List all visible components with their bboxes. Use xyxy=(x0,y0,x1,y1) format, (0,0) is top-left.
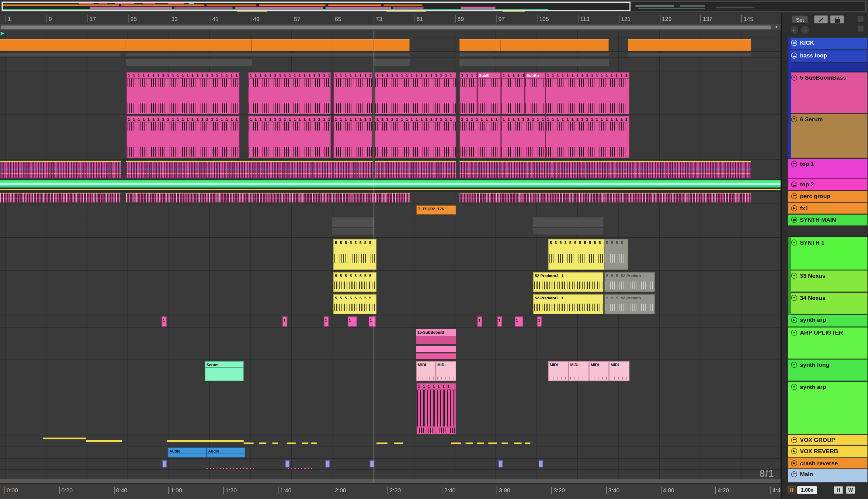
track-header-vox-reverb[interactable]: ▶VOX REVERB xyxy=(788,446,867,458)
fold-icon[interactable]: ▼ xyxy=(791,116,797,122)
clip-kick[interactable] xyxy=(628,39,751,51)
play-icon[interactable]: ▶ xyxy=(791,460,797,466)
clip-synth-arp[interactable]: 1 xyxy=(348,316,357,327)
clip-subboombass[interactable]: 1 1 1 1 1 xyxy=(501,72,525,114)
track-header-synth-arp[interactable]: ▼synth arp xyxy=(788,382,867,434)
clip-subboombass[interactable]: 1 1 1 1 xyxy=(460,72,477,114)
clip-synth-long[interactable]: MIDI xyxy=(589,361,609,381)
menu-icon[interactable] xyxy=(791,40,797,46)
clip-kick[interactable] xyxy=(252,39,333,51)
arrangement-overview[interactable] xyxy=(1,1,866,12)
menu-icon[interactable] xyxy=(791,181,797,187)
clip-synth-long[interactable]: MIDI xyxy=(568,361,589,381)
clip-vox-group[interactable] xyxy=(287,442,296,444)
clip-synth-arp[interactable]: 1 xyxy=(369,316,376,327)
track-header-6-serum[interactable]: ▼6 Serum xyxy=(788,114,867,158)
clip-synth-main[interactable] xyxy=(533,217,603,227)
clip-subboombass[interactable]: 1 1 1 1 1 1 1 1 1 1 1 1 1 1 1 1 1 xyxy=(545,72,630,114)
clip-vox-group[interactable] xyxy=(311,442,317,444)
menu-icon[interactable] xyxy=(791,161,797,167)
clip-synth-arp[interactable]: 1 xyxy=(324,316,329,327)
clip-vox-reverb[interactable]: Audio xyxy=(206,448,245,458)
fold-icon[interactable]: ▼ xyxy=(791,330,797,336)
track-header-bass-loop[interactable]: bass loop xyxy=(788,50,867,63)
clip-synth-arp[interactable]: 1 xyxy=(497,316,502,327)
play-icon[interactable]: ▶ xyxy=(791,205,797,211)
clip-synth-main[interactable] xyxy=(332,228,374,235)
clip-vox-group[interactable] xyxy=(302,442,308,444)
clip-fx1[interactable]: T_TSCR2_126 xyxy=(416,205,456,215)
track-header-33-nexus[interactable]: ▼33 Nexus xyxy=(788,270,867,292)
clip-vox-group[interactable] xyxy=(377,442,388,444)
clip-top1[interactable] xyxy=(375,161,456,178)
clip-top1[interactable] xyxy=(126,161,333,178)
clip-synth-main[interactable] xyxy=(533,228,603,235)
clip-synth-main[interactable] xyxy=(332,217,374,227)
track-header-arp-upligter[interactable]: ▼ARP UPLIGTER xyxy=(788,328,867,359)
set-button[interactable]: Set xyxy=(792,15,808,24)
track-header-synth-arp[interactable]: ▶synth arp xyxy=(788,315,867,327)
menu-icon[interactable] xyxy=(791,437,797,443)
clip-crash-reverse[interactable] xyxy=(162,460,167,467)
height-zoom-button[interactable]: H xyxy=(834,486,843,494)
clip-kick[interactable] xyxy=(501,39,609,51)
clip-vox-group[interactable] xyxy=(259,442,266,444)
clip-vox-group[interactable] xyxy=(501,442,508,444)
clip-subboombass[interactable]: 1 1 1 1 1 1 1 1 xyxy=(333,72,372,114)
clip-vox-group[interactable] xyxy=(209,440,243,442)
clip-nexus34[interactable]: 5 5 5 5 5 5 5 5 xyxy=(333,294,377,314)
track-header-spacer[interactable] xyxy=(788,226,867,237)
clip-vox-group[interactable] xyxy=(243,442,254,444)
clip-synth-arp[interactable]: 1 xyxy=(515,316,523,327)
clip-subboombass[interactable]: 1 1 1 1 1 1 1 1 1 1 1 1 1 1 1 1 xyxy=(375,72,456,114)
clip-serum[interactable]: 1 1 1 1 1 1 1 1 1 1 1 1 1 1 1 1 1 xyxy=(248,116,331,158)
clip-subboombass[interactable]: SubBo xyxy=(525,72,545,114)
clip-serum[interactable]: 1 1 1 1 1 1 1 1 xyxy=(333,116,372,158)
clip-vox-group[interactable] xyxy=(451,442,461,444)
clip-subboombass[interactable]: 1 1 1 1 1 1 1 1 1 1 1 1 1 1 1 1 1 xyxy=(248,72,331,114)
track-header-top-1[interactable]: top 1 xyxy=(788,159,867,179)
bar-ruler[interactable]: 1917253341495765738189971051131211291371… xyxy=(0,13,781,24)
clip-crash-reverse[interactable] xyxy=(498,460,503,467)
clip-kick[interactable] xyxy=(333,39,374,51)
forward-arrow-button[interactable]: → xyxy=(801,26,809,34)
playback-speed-icon[interactable] xyxy=(788,486,796,494)
track-header-main[interactable]: Main xyxy=(788,469,867,483)
clip-crash-reverse[interactable] xyxy=(206,468,254,469)
width-zoom-button[interactable]: W xyxy=(846,486,855,494)
horizontal-scrollbar[interactable] xyxy=(0,479,781,483)
playback-speed-value[interactable]: 1.00x xyxy=(797,486,817,494)
play-icon[interactable]: ▶ xyxy=(791,317,797,323)
menu-icon[interactable] xyxy=(791,52,797,59)
clip-top2[interactable] xyxy=(0,180,781,191)
track-header-top-2[interactable]: top 2 xyxy=(788,179,867,190)
clip-serum[interactable]: 1 1 1 1 1 1 1 1 1 1 1 1 1 1 1 1 xyxy=(375,116,456,158)
clip-perc-group[interactable] xyxy=(126,193,410,203)
clip-vox-group[interactable] xyxy=(43,438,86,439)
play-icon[interactable]: ▶ xyxy=(791,448,797,454)
clip-bass-loop[interactable] xyxy=(374,59,410,66)
clip-synth-arp[interactable]: 1 xyxy=(162,316,166,327)
clip-kick[interactable] xyxy=(0,39,126,51)
fold-icon[interactable]: ▼ xyxy=(791,75,797,81)
track-header-crash-reverse[interactable]: ▶crash reverse xyxy=(788,458,867,468)
clip-vox-group[interactable] xyxy=(525,442,531,444)
clip-bass-loop[interactable] xyxy=(460,59,609,66)
clip-vox-group[interactable] xyxy=(86,440,122,442)
clip-synth-long[interactable]: Serum xyxy=(205,361,243,381)
track-header-fx1[interactable]: ▶fx1 xyxy=(788,203,867,214)
clip-vox-group[interactable] xyxy=(488,442,497,444)
clip-synth-long[interactable]: MIDI xyxy=(436,361,456,381)
clip-synth1[interactable]: 5 5 5 5 5 5 5 5 xyxy=(333,239,377,270)
clip-kick-tail[interactable] xyxy=(126,53,410,57)
menu-icon[interactable] xyxy=(791,193,797,199)
clip-vox-group[interactable] xyxy=(514,442,521,444)
clip-serum[interactable]: 1 1 1 1 1 1 1 1 xyxy=(460,116,501,158)
clip-serum[interactable]: 1 1 1 1 1 1 1 1 1 xyxy=(501,116,545,158)
lock-button[interactable] xyxy=(830,15,844,24)
draw-mode-button[interactable] xyxy=(814,15,828,24)
track-header-perc-group[interactable]: perc group xyxy=(788,191,867,203)
clip-crash-reverse[interactable] xyxy=(539,460,543,467)
clip-synth-arp[interactable]: 1 xyxy=(537,316,542,327)
fold-icon[interactable]: ▼ xyxy=(791,384,797,390)
